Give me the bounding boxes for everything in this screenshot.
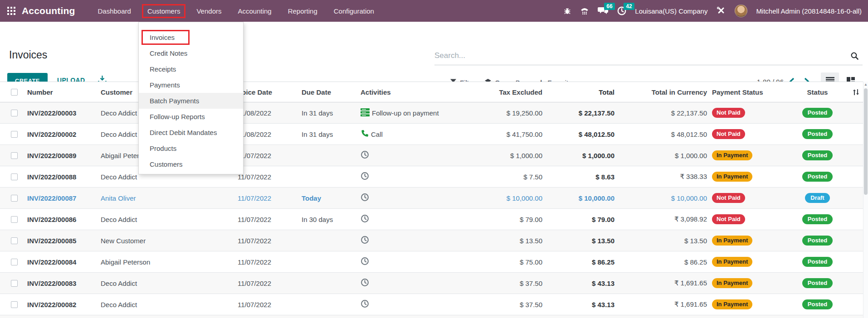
payment-status-cell: In Payment (710, 172, 791, 182)
status-cell: Posted (791, 257, 844, 267)
payment-status-cell: In Payment (710, 299, 791, 309)
dropdown-item-customers[interactable]: Customers (139, 156, 243, 172)
tools-icon[interactable] (716, 6, 726, 16)
row-checkbox[interactable] (11, 216, 18, 223)
header-due-date[interactable]: Due Date (277, 88, 340, 96)
bug-icon[interactable] (563, 7, 571, 15)
select-all-checkbox[interactable] (11, 89, 18, 96)
invoice-number-cell: INV/2022/00002 (20, 130, 93, 138)
payment-status-badge: Not Paid (712, 214, 745, 224)
total-cell: $ 8.63 (546, 173, 617, 181)
row-checkbox[interactable] (11, 173, 18, 180)
status-cell: Posted (791, 129, 844, 139)
nav-item-reporting[interactable]: Reporting (283, 4, 323, 18)
header-status[interactable]: Status (791, 88, 844, 96)
voip-phone-icon[interactable] (580, 7, 589, 15)
activity-clock-icon[interactable] (361, 257, 369, 267)
nav-item-configuration[interactable]: Configuration (328, 4, 380, 18)
table-header-row: Number Customer Invoice Date Due Date Ac… (0, 82, 868, 102)
total-in-currency-cell: ₹ 338.33 (617, 173, 710, 181)
user-avatar[interactable] (735, 5, 747, 17)
invoice-row[interactable]: INV/2022/00085New Customer11/07/2022$ 13… (0, 230, 868, 251)
activity-cell[interactable] (340, 172, 449, 182)
activity-clock-icon[interactable] (361, 278, 369, 288)
row-checkbox[interactable] (11, 301, 18, 308)
invoice-row[interactable]: INV/2022/00088Deco Addict11/07/2022$ 7.5… (0, 166, 868, 188)
header-total[interactable]: Total (546, 88, 617, 96)
invoice-date-cell: 11/07/2022 (220, 301, 277, 308)
header-number[interactable]: Number (20, 88, 93, 96)
invoice-row[interactable]: INV/2022/00084Abigail Peterson11/07/2022… (0, 251, 868, 273)
activity-cell[interactable] (340, 257, 449, 267)
header-tax-excluded[interactable]: Tax Excluded (449, 88, 546, 96)
total-cell: $ 48,012.50 (546, 130, 617, 138)
activity-cell[interactable]: Call (340, 130, 449, 139)
invoice-date-cell: 11/07/2022 (220, 237, 277, 245)
status-badge: Posted (802, 299, 833, 309)
activity-cell[interactable] (340, 299, 449, 309)
activity-cell[interactable] (340, 236, 449, 246)
row-checkbox[interactable] (11, 152, 18, 159)
activity-clock-icon[interactable] (361, 214, 369, 224)
dropdown-item-follow-up-reports[interactable]: Follow-up Reports (139, 109, 243, 125)
activity-clock-icon[interactable] (361, 299, 369, 309)
page-title: Invoices (9, 49, 47, 61)
row-checkbox[interactable] (11, 110, 18, 116)
header-activities[interactable]: Activities (340, 88, 449, 96)
row-checkbox[interactable] (11, 195, 18, 202)
payment-status-cell: In Payment (710, 278, 791, 288)
header-payment-status[interactable]: Payment Status (710, 88, 791, 96)
activities-clock-icon[interactable]: 42 (617, 6, 626, 15)
invoice-row[interactable]: INV/2022/00082Deco Addict11/07/2022$ 37.… (0, 294, 868, 315)
scrollbar-thumb[interactable] (864, 88, 868, 195)
activity-clock-icon[interactable] (361, 236, 369, 246)
app-name[interactable]: Accounting (22, 5, 75, 16)
messages-icon[interactable]: 66 (598, 6, 609, 15)
nav-item-customers[interactable]: Customers (142, 4, 186, 18)
status-badge: Posted (802, 278, 833, 288)
payment-status-badge: In Payment (712, 257, 752, 267)
activity-clock-icon[interactable] (361, 172, 369, 182)
dropdown-item-direct-debit-mandates[interactable]: Direct Debit Mandates (139, 125, 243, 140)
scroll-up-arrow[interactable]: ▲ (863, 82, 868, 87)
activity-cell[interactable] (340, 278, 449, 288)
dropdown-item-batch-payments[interactable]: Batch Payments (139, 93, 243, 109)
search-icon[interactable] (850, 52, 859, 62)
apps-grid-icon[interactable] (7, 7, 15, 15)
activity-phone-icon[interactable] (361, 130, 369, 139)
invoice-row[interactable]: INV/2022/00089Abigail Peterson11/07/2022… (0, 145, 868, 166)
due-date-cell: In 31 days (277, 109, 340, 117)
row-checkbox[interactable] (11, 131, 18, 138)
user-menu[interactable]: Mitchell Admin (20814848-16-0-all) (756, 7, 862, 15)
row-checkbox[interactable] (11, 259, 18, 265)
row-checkbox[interactable] (11, 237, 18, 244)
activity-cell[interactable]: Follow-up on payment (340, 108, 449, 118)
invoice-row[interactable]: INV/2022/00087Anita Oliver11/07/2022Toda… (0, 188, 868, 209)
dropdown-item-invoices[interactable]: Invoices (139, 29, 243, 45)
dropdown-item-credit-notes[interactable]: Credit Notes (139, 45, 243, 61)
activity-cell[interactable] (340, 214, 449, 224)
activity-clock-icon[interactable] (361, 150, 369, 160)
nav-item-vendors[interactable]: Vendors (191, 4, 227, 18)
vertical-scrollbar[interactable]: ▲ (863, 82, 868, 318)
status-cell: Posted (791, 214, 844, 224)
activity-cell[interactable] (340, 150, 449, 160)
invoice-row[interactable]: INV/2022/00003Deco Addict11/08/2022In 31… (0, 102, 868, 124)
company-switcher[interactable]: Louisana(US) Company (635, 7, 707, 15)
activity-cell[interactable] (340, 193, 449, 203)
dropdown-item-receipts[interactable]: Receipts (139, 61, 243, 77)
invoice-number-cell: INV/2022/00084 (20, 258, 93, 266)
invoice-row[interactable]: INV/2022/00002Deco Addict11/08/2022In 31… (0, 124, 868, 145)
invoice-row[interactable]: INV/2022/00083Deco Addict11/07/2022$ 37.… (0, 273, 868, 294)
nav-item-accounting[interactable]: Accounting (232, 4, 277, 18)
activity-followup-icon[interactable] (361, 108, 370, 118)
search-input[interactable] (434, 47, 845, 64)
row-checkbox[interactable] (11, 280, 18, 287)
dropdown-item-payments[interactable]: Payments (139, 77, 243, 93)
invoice-row[interactable]: INV/2022/00086Deco Addict11/07/2022In 30… (0, 209, 868, 230)
dropdown-item-products[interactable]: Products (139, 140, 243, 156)
header-total-in-currency[interactable]: Total in Currency (617, 88, 710, 96)
nav-item-dashboard[interactable]: Dashboard (93, 4, 137, 18)
invoice-number-cell: INV/2022/00085 (20, 237, 93, 245)
activity-clock-icon[interactable] (361, 193, 369, 203)
